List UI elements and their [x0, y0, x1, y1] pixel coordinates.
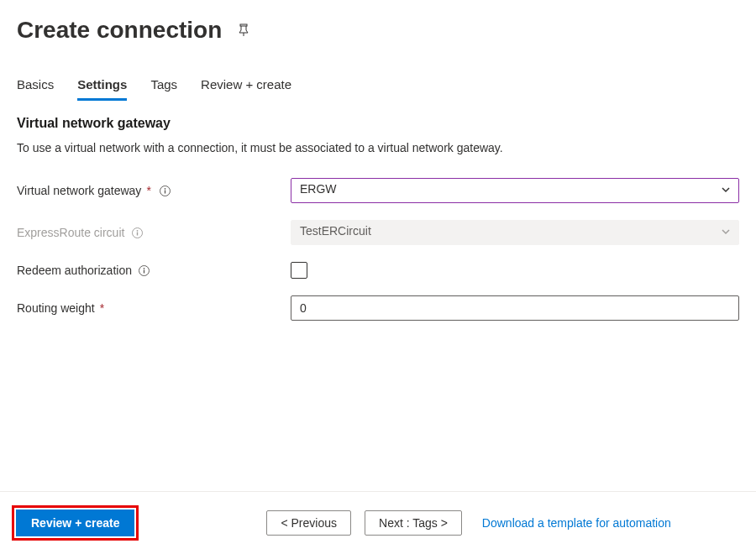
tab-tags[interactable]: Tags	[150, 77, 177, 101]
row-expressroute-circuit: ExpressRoute circuit TestERCircuit	[17, 220, 739, 245]
label-routing-weight: Routing weight *	[17, 301, 291, 315]
control-er: TestERCircuit	[291, 220, 739, 245]
label-text-vng: Virtual network gateway	[17, 184, 141, 197]
control-routing	[291, 295, 739, 321]
svg-rect-4	[165, 190, 165, 193]
svg-rect-7	[137, 232, 138, 235]
previous-button[interactable]: < Previous	[266, 510, 351, 536]
pin-icon[interactable]	[237, 24, 250, 37]
tab-basics[interactable]: Basics	[17, 77, 54, 101]
label-expressroute-circuit: ExpressRoute circuit	[17, 226, 291, 239]
tab-settings[interactable]: Settings	[77, 77, 127, 101]
download-template-link[interactable]: Download a template for automation	[482, 516, 671, 530]
label-virtual-network-gateway: Virtual network gateway *	[17, 184, 291, 197]
section-heading: Virtual network gateway	[17, 116, 739, 131]
review-create-button[interactable]: Review + create	[16, 510, 134, 536]
highlight-box: Review + create	[12, 505, 139, 541]
svg-point-6	[136, 229, 138, 231]
info-icon[interactable]	[139, 264, 150, 276]
tabs-bar: Basics Settings Tags Review + create	[0, 52, 756, 101]
label-text-redeem: Redeem authorization	[17, 264, 132, 277]
routing-weight-input[interactable]	[291, 295, 739, 321]
virtual-network-gateway-select[interactable]: ERGW	[291, 178, 739, 203]
label-text-routing: Routing weight	[17, 301, 95, 315]
expressroute-circuit-select: TestERCircuit	[291, 220, 739, 245]
control-redeem	[291, 262, 739, 279]
svg-rect-10	[144, 269, 144, 273]
select-wrap-er: TestERCircuit	[291, 220, 739, 245]
section-description: To use a virtual network with a connecti…	[17, 141, 739, 154]
next-button[interactable]: Next : Tags >	[365, 510, 462, 536]
footer-bar: Review + create < Previous Next : Tags >…	[0, 491, 756, 554]
label-text-er: ExpressRoute circuit	[17, 226, 124, 239]
required-star: *	[146, 184, 150, 197]
row-virtual-network-gateway: Virtual network gateway * ERGW	[17, 178, 739, 203]
tab-content: Virtual network gateway To use a virtual…	[0, 101, 756, 354]
svg-rect-0	[240, 24, 247, 26]
select-wrap-vng: ERGW	[291, 178, 739, 203]
page-title: Create connection	[17, 17, 222, 44]
svg-point-9	[144, 267, 145, 269]
page-header: Create connection	[0, 0, 756, 52]
row-routing-weight: Routing weight *	[17, 295, 739, 321]
control-vng: ERGW	[291, 178, 739, 203]
required-star: *	[100, 301, 104, 315]
label-redeem-authorization: Redeem authorization	[17, 264, 291, 277]
info-icon[interactable]	[160, 185, 171, 196]
info-icon[interactable]	[131, 227, 143, 238]
tab-review-create[interactable]: Review + create	[201, 77, 291, 101]
row-redeem-authorization: Redeem authorization	[17, 262, 739, 279]
redeem-authorization-checkbox[interactable]	[291, 262, 307, 279]
svg-point-3	[165, 187, 166, 189]
